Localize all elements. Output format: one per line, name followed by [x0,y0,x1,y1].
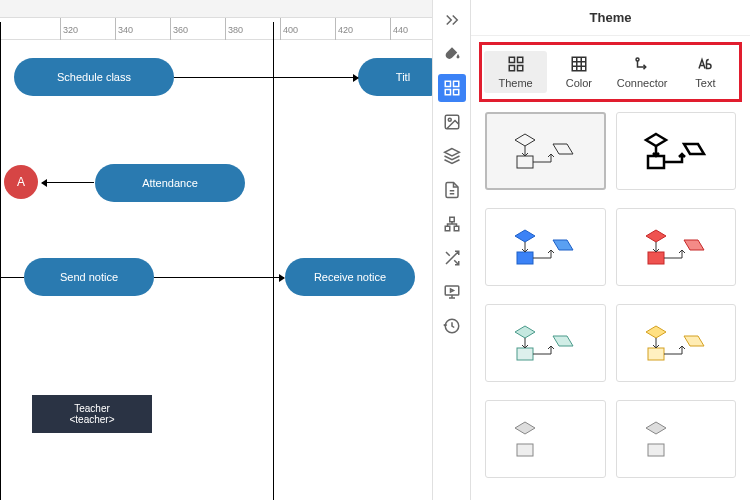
image-icon[interactable] [438,108,466,136]
toolbar-edge [0,0,432,18]
svg-rect-6 [449,217,454,222]
teacher-label: Teacher [74,403,110,414]
connector[interactable] [174,77,358,78]
history-icon[interactable] [438,312,466,340]
svg-rect-12 [509,66,514,71]
theme-grid [471,112,750,500]
palette-icon [570,55,588,73]
svg-rect-13 [517,66,522,71]
teacher-role: <teacher> [69,414,114,425]
svg-rect-3 [453,90,458,95]
svg-rect-14 [572,57,586,71]
horizontal-ruler: 320 340 360 380 400 420 440 460 [0,18,432,40]
svg-rect-10 [509,57,514,62]
svg-rect-0 [445,81,450,86]
connector-icon [633,55,651,73]
tab-text[interactable]: Text [674,51,737,93]
svg-point-15 [636,58,639,61]
svg-rect-19 [648,252,664,264]
theme-preset-plain[interactable] [485,112,606,190]
theme-preset-teal[interactable] [485,304,606,382]
svg-rect-16 [517,156,533,168]
svg-rect-23 [648,444,664,456]
collapse-icon[interactable] [438,6,466,34]
theme-preset-extra1[interactable] [485,400,606,478]
theme-preset-blue[interactable] [485,208,606,286]
canvas[interactable]: 320 340 360 380 400 420 440 460 Schedule… [0,0,432,500]
tab-label: Theme [499,77,533,89]
shape-attendance[interactable]: Attendance [95,164,245,202]
connector[interactable] [0,277,24,278]
svg-rect-17 [648,156,664,168]
layers-icon[interactable] [438,142,466,170]
theme-preset-bold[interactable] [616,112,737,190]
fill-icon[interactable] [438,40,466,68]
tab-connector[interactable]: Connector [611,51,674,93]
svg-rect-8 [454,226,459,231]
svg-rect-18 [517,252,533,264]
lane-divider [0,22,1,500]
shape-a-circle[interactable]: A [4,165,38,199]
shape-schedule-class[interactable]: Schedule class [14,58,174,96]
document-icon[interactable] [438,176,466,204]
tab-color[interactable]: Color [547,51,610,93]
tab-label: Connector [617,77,668,89]
svg-rect-22 [517,444,533,456]
connector[interactable] [154,277,284,278]
theme-preset-red[interactable] [616,208,737,286]
theme-preset-extra2[interactable] [616,400,737,478]
tab-label: Text [695,77,715,89]
svg-point-5 [448,118,451,121]
theme-preset-yellow[interactable] [616,304,737,382]
lane-divider [273,22,274,500]
shape-receive-notice[interactable]: Receive notice [285,258,415,296]
svg-rect-11 [517,57,522,62]
org-icon[interactable] [438,210,466,238]
presentation-icon[interactable] [438,278,466,306]
svg-rect-7 [445,226,450,231]
grid-icon [507,55,525,73]
panel-tabs: Theme Color Connector Text [479,42,742,102]
shape-send-notice[interactable]: Send notice [24,258,154,296]
tab-label: Color [566,77,592,89]
svg-rect-1 [453,81,458,86]
theme-icon[interactable] [438,74,466,102]
svg-rect-20 [517,348,533,360]
shuffle-icon[interactable] [438,244,466,272]
svg-rect-2 [445,90,450,95]
tab-theme[interactable]: Theme [484,51,547,93]
connector[interactable] [42,182,94,183]
side-panel: Theme Theme Color Connector Text [470,0,750,500]
panel-title: Theme [471,0,750,36]
tool-strip [432,0,470,500]
shape-teacher[interactable]: Teacher <teacher> [32,395,152,433]
svg-rect-21 [648,348,664,360]
text-icon [696,55,714,73]
shape-title[interactable]: Titl [358,58,432,96]
